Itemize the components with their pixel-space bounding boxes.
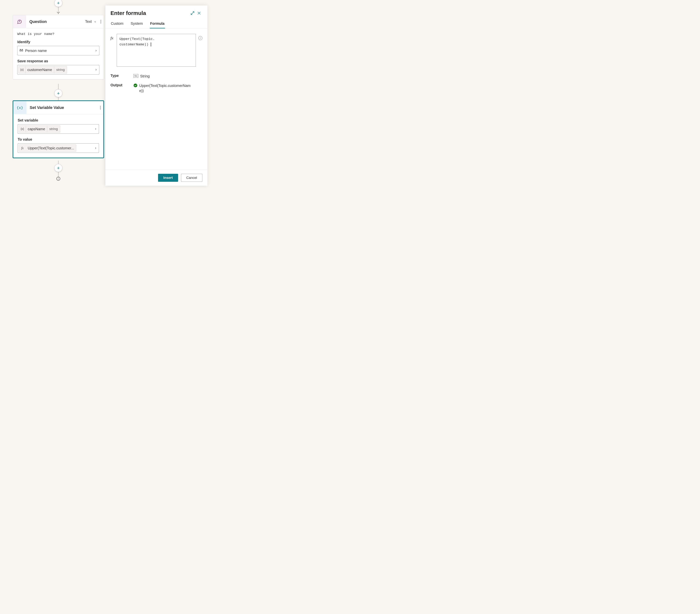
svg-point-5 [134, 84, 137, 87]
authoring-canvas[interactable]: + Question Text ⋮ What is your name? Ide… [0, 0, 105, 191]
info-icon[interactable]: i [198, 36, 202, 40]
entity-icon [17, 49, 25, 53]
expand-icon[interactable] [189, 10, 196, 16]
variable-chip: {x} capsName string [19, 125, 60, 132]
insert-button[interactable]: Insert [158, 174, 178, 182]
enter-formula-panel: Enter formula Custom System Formula fx U… [105, 5, 208, 186]
fx-icon: fx [111, 34, 117, 40]
formula-preview: Upper(Text(Topic.customer... [26, 146, 76, 150]
identify-label: Identify [17, 40, 99, 44]
tab-custom[interactable]: Custom [111, 20, 124, 28]
cancel-button[interactable]: Cancel [181, 174, 202, 182]
variable-type: string [54, 66, 67, 73]
identify-picker[interactable]: Person name [17, 46, 99, 55]
svg-rect-1 [20, 50, 21, 51]
panel-tabs: Custom System Formula [105, 18, 208, 28]
set-variable-picker[interactable]: {x} capsName string [18, 124, 99, 134]
variable-icon: {x} [19, 126, 26, 132]
question-prompt-text[interactable]: What is your name? [17, 32, 99, 36]
output-value: Upper(Text(Topic.customerName)) [139, 83, 194, 93]
arrow-down-icon [57, 11, 60, 14]
card-title: Question [26, 19, 85, 24]
svg-rect-2 [22, 50, 23, 51]
save-response-label: Save response as [17, 59, 99, 63]
add-node-button[interactable]: + [54, 0, 62, 7]
variable-icon: {x} [18, 66, 26, 73]
variable-type: string [47, 126, 60, 132]
close-icon[interactable] [196, 10, 202, 16]
formula-input[interactable]: Upper(Text(Topic. customerName)) [117, 34, 196, 67]
variable-name: customerName [26, 68, 54, 72]
abc-type-icon: Abc [134, 74, 138, 78]
question-response-type[interactable]: Text [85, 20, 97, 24]
variable-chip: {x} customerName string [18, 66, 67, 73]
add-node-button[interactable]: + [54, 89, 62, 97]
chevron-right-icon [95, 127, 97, 131]
identify-value: Person name [25, 49, 93, 53]
type-value: String [140, 74, 150, 79]
add-node-button[interactable]: + [54, 164, 62, 172]
chevron-right-icon [95, 146, 97, 150]
text-caret [149, 42, 151, 47]
card-header: {x} Set Variable Value ⋮ [13, 101, 103, 114]
question-icon [13, 15, 26, 28]
save-response-variable-picker[interactable]: {x} customerName string [17, 65, 99, 75]
formula-chip: fx Upper(Text(Topic.customer... [19, 144, 76, 152]
set-variable-label: Set variable [18, 118, 99, 123]
chevron-right-icon [95, 68, 97, 72]
card-header: Question Text ⋮ [13, 15, 104, 28]
to-value-label: To value [18, 137, 99, 142]
to-value-picker[interactable]: fx Upper(Text(Topic.customer... [18, 143, 99, 153]
panel-title: Enter formula [111, 10, 189, 16]
tab-formula[interactable]: Formula [150, 20, 165, 28]
question-node-card[interactable]: Question Text ⋮ What is your name? Ident… [13, 15, 104, 79]
card-overflow-menu[interactable]: ⋮ [98, 19, 104, 24]
tab-system[interactable]: System [130, 20, 143, 28]
variable-name: capsName [26, 127, 47, 131]
output-label: Output [111, 83, 134, 87]
fx-icon: fx [19, 145, 26, 152]
end-node-icon [56, 177, 60, 181]
card-overflow-menu[interactable]: ⋮ [98, 105, 103, 110]
chevron-right-icon [95, 49, 97, 53]
success-check-icon [134, 84, 137, 89]
variable-icon: {x} [13, 101, 26, 114]
card-title: Set Variable Value [26, 105, 98, 110]
type-label: Type [111, 74, 134, 78]
set-variable-node-card[interactable]: {x} Set Variable Value ⋮ Set variable {x… [13, 101, 104, 158]
